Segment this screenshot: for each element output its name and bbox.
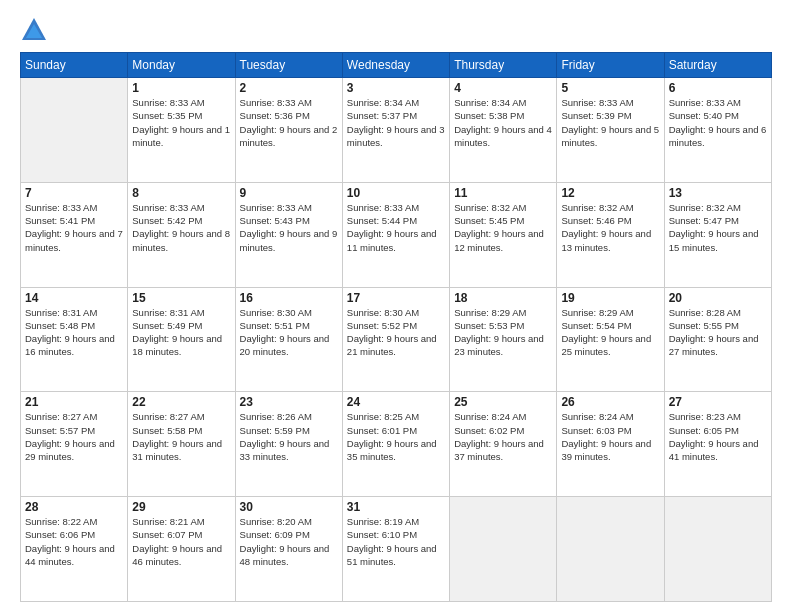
day-number: 29 bbox=[132, 500, 230, 514]
calendar-cell: 6Sunrise: 8:33 AMSunset: 5:40 PMDaylight… bbox=[664, 78, 771, 183]
calendar-cell: 29Sunrise: 8:21 AMSunset: 6:07 PMDayligh… bbox=[128, 497, 235, 602]
day-info: Sunrise: 8:26 AMSunset: 5:59 PMDaylight:… bbox=[240, 410, 338, 463]
calendar-cell: 24Sunrise: 8:25 AMSunset: 6:01 PMDayligh… bbox=[342, 392, 449, 497]
day-number: 3 bbox=[347, 81, 445, 95]
day-info: Sunrise: 8:28 AMSunset: 5:55 PMDaylight:… bbox=[669, 306, 767, 359]
day-number: 12 bbox=[561, 186, 659, 200]
day-number: 23 bbox=[240, 395, 338, 409]
day-number: 19 bbox=[561, 291, 659, 305]
calendar-cell: 23Sunrise: 8:26 AMSunset: 5:59 PMDayligh… bbox=[235, 392, 342, 497]
calendar-cell: 17Sunrise: 8:30 AMSunset: 5:52 PMDayligh… bbox=[342, 287, 449, 392]
calendar-cell bbox=[557, 497, 664, 602]
calendar-cell bbox=[450, 497, 557, 602]
day-info: Sunrise: 8:27 AMSunset: 5:58 PMDaylight:… bbox=[132, 410, 230, 463]
day-info: Sunrise: 8:29 AMSunset: 5:54 PMDaylight:… bbox=[561, 306, 659, 359]
day-info: Sunrise: 8:33 AMSunset: 5:41 PMDaylight:… bbox=[25, 201, 123, 254]
day-number: 24 bbox=[347, 395, 445, 409]
calendar-header-row: SundayMondayTuesdayWednesdayThursdayFrid… bbox=[21, 53, 772, 78]
calendar-cell: 19Sunrise: 8:29 AMSunset: 5:54 PMDayligh… bbox=[557, 287, 664, 392]
day-number: 9 bbox=[240, 186, 338, 200]
calendar-cell: 12Sunrise: 8:32 AMSunset: 5:46 PMDayligh… bbox=[557, 182, 664, 287]
calendar-cell: 13Sunrise: 8:32 AMSunset: 5:47 PMDayligh… bbox=[664, 182, 771, 287]
calendar-cell: 3Sunrise: 8:34 AMSunset: 5:37 PMDaylight… bbox=[342, 78, 449, 183]
day-number: 25 bbox=[454, 395, 552, 409]
day-number: 16 bbox=[240, 291, 338, 305]
calendar-cell: 16Sunrise: 8:30 AMSunset: 5:51 PMDayligh… bbox=[235, 287, 342, 392]
calendar-cell: 15Sunrise: 8:31 AMSunset: 5:49 PMDayligh… bbox=[128, 287, 235, 392]
day-info: Sunrise: 8:22 AMSunset: 6:06 PMDaylight:… bbox=[25, 515, 123, 568]
calendar-header-friday: Friday bbox=[557, 53, 664, 78]
day-info: Sunrise: 8:32 AMSunset: 5:47 PMDaylight:… bbox=[669, 201, 767, 254]
day-number: 18 bbox=[454, 291, 552, 305]
day-info: Sunrise: 8:33 AMSunset: 5:35 PMDaylight:… bbox=[132, 96, 230, 149]
calendar-cell: 7Sunrise: 8:33 AMSunset: 5:41 PMDaylight… bbox=[21, 182, 128, 287]
calendar-cell: 27Sunrise: 8:23 AMSunset: 6:05 PMDayligh… bbox=[664, 392, 771, 497]
day-info: Sunrise: 8:30 AMSunset: 5:52 PMDaylight:… bbox=[347, 306, 445, 359]
calendar-week-row: 21Sunrise: 8:27 AMSunset: 5:57 PMDayligh… bbox=[21, 392, 772, 497]
day-info: Sunrise: 8:27 AMSunset: 5:57 PMDaylight:… bbox=[25, 410, 123, 463]
day-number: 15 bbox=[132, 291, 230, 305]
calendar-week-row: 28Sunrise: 8:22 AMSunset: 6:06 PMDayligh… bbox=[21, 497, 772, 602]
calendar-cell: 9Sunrise: 8:33 AMSunset: 5:43 PMDaylight… bbox=[235, 182, 342, 287]
day-info: Sunrise: 8:19 AMSunset: 6:10 PMDaylight:… bbox=[347, 515, 445, 568]
page: SundayMondayTuesdayWednesdayThursdayFrid… bbox=[0, 0, 792, 612]
calendar-cell: 20Sunrise: 8:28 AMSunset: 5:55 PMDayligh… bbox=[664, 287, 771, 392]
day-number: 31 bbox=[347, 500, 445, 514]
day-number: 6 bbox=[669, 81, 767, 95]
day-info: Sunrise: 8:21 AMSunset: 6:07 PMDaylight:… bbox=[132, 515, 230, 568]
calendar-cell bbox=[21, 78, 128, 183]
day-info: Sunrise: 8:34 AMSunset: 5:37 PMDaylight:… bbox=[347, 96, 445, 149]
day-number: 11 bbox=[454, 186, 552, 200]
day-number: 22 bbox=[132, 395, 230, 409]
calendar-cell: 31Sunrise: 8:19 AMSunset: 6:10 PMDayligh… bbox=[342, 497, 449, 602]
calendar-cell: 21Sunrise: 8:27 AMSunset: 5:57 PMDayligh… bbox=[21, 392, 128, 497]
calendar-cell: 18Sunrise: 8:29 AMSunset: 5:53 PMDayligh… bbox=[450, 287, 557, 392]
day-number: 17 bbox=[347, 291, 445, 305]
day-number: 21 bbox=[25, 395, 123, 409]
day-info: Sunrise: 8:32 AMSunset: 5:45 PMDaylight:… bbox=[454, 201, 552, 254]
calendar-cell: 11Sunrise: 8:32 AMSunset: 5:45 PMDayligh… bbox=[450, 182, 557, 287]
day-info: Sunrise: 8:24 AMSunset: 6:03 PMDaylight:… bbox=[561, 410, 659, 463]
day-number: 14 bbox=[25, 291, 123, 305]
day-number: 7 bbox=[25, 186, 123, 200]
day-number: 1 bbox=[132, 81, 230, 95]
calendar-cell: 10Sunrise: 8:33 AMSunset: 5:44 PMDayligh… bbox=[342, 182, 449, 287]
day-number: 30 bbox=[240, 500, 338, 514]
day-info: Sunrise: 8:30 AMSunset: 5:51 PMDaylight:… bbox=[240, 306, 338, 359]
day-info: Sunrise: 8:31 AMSunset: 5:49 PMDaylight:… bbox=[132, 306, 230, 359]
calendar-cell: 26Sunrise: 8:24 AMSunset: 6:03 PMDayligh… bbox=[557, 392, 664, 497]
calendar-header-thursday: Thursday bbox=[450, 53, 557, 78]
calendar-week-row: 7Sunrise: 8:33 AMSunset: 5:41 PMDaylight… bbox=[21, 182, 772, 287]
day-info: Sunrise: 8:34 AMSunset: 5:38 PMDaylight:… bbox=[454, 96, 552, 149]
calendar-cell: 4Sunrise: 8:34 AMSunset: 5:38 PMDaylight… bbox=[450, 78, 557, 183]
day-number: 4 bbox=[454, 81, 552, 95]
day-number: 2 bbox=[240, 81, 338, 95]
day-info: Sunrise: 8:25 AMSunset: 6:01 PMDaylight:… bbox=[347, 410, 445, 463]
calendar-header-saturday: Saturday bbox=[664, 53, 771, 78]
day-info: Sunrise: 8:33 AMSunset: 5:44 PMDaylight:… bbox=[347, 201, 445, 254]
day-info: Sunrise: 8:33 AMSunset: 5:39 PMDaylight:… bbox=[561, 96, 659, 149]
day-number: 13 bbox=[669, 186, 767, 200]
day-number: 26 bbox=[561, 395, 659, 409]
calendar-cell: 2Sunrise: 8:33 AMSunset: 5:36 PMDaylight… bbox=[235, 78, 342, 183]
day-info: Sunrise: 8:31 AMSunset: 5:48 PMDaylight:… bbox=[25, 306, 123, 359]
day-number: 28 bbox=[25, 500, 123, 514]
day-info: Sunrise: 8:23 AMSunset: 6:05 PMDaylight:… bbox=[669, 410, 767, 463]
calendar-cell: 25Sunrise: 8:24 AMSunset: 6:02 PMDayligh… bbox=[450, 392, 557, 497]
calendar-header-tuesday: Tuesday bbox=[235, 53, 342, 78]
header bbox=[20, 16, 772, 44]
day-info: Sunrise: 8:24 AMSunset: 6:02 PMDaylight:… bbox=[454, 410, 552, 463]
calendar-week-row: 14Sunrise: 8:31 AMSunset: 5:48 PMDayligh… bbox=[21, 287, 772, 392]
day-info: Sunrise: 8:33 AMSunset: 5:42 PMDaylight:… bbox=[132, 201, 230, 254]
calendar-header-wednesday: Wednesday bbox=[342, 53, 449, 78]
calendar-week-row: 1Sunrise: 8:33 AMSunset: 5:35 PMDaylight… bbox=[21, 78, 772, 183]
day-info: Sunrise: 8:32 AMSunset: 5:46 PMDaylight:… bbox=[561, 201, 659, 254]
day-info: Sunrise: 8:20 AMSunset: 6:09 PMDaylight:… bbox=[240, 515, 338, 568]
day-info: Sunrise: 8:33 AMSunset: 5:43 PMDaylight:… bbox=[240, 201, 338, 254]
calendar-cell: 1Sunrise: 8:33 AMSunset: 5:35 PMDaylight… bbox=[128, 78, 235, 183]
calendar-cell: 5Sunrise: 8:33 AMSunset: 5:39 PMDaylight… bbox=[557, 78, 664, 183]
day-info: Sunrise: 8:29 AMSunset: 5:53 PMDaylight:… bbox=[454, 306, 552, 359]
calendar-cell: 30Sunrise: 8:20 AMSunset: 6:09 PMDayligh… bbox=[235, 497, 342, 602]
calendar-cell: 22Sunrise: 8:27 AMSunset: 5:58 PMDayligh… bbox=[128, 392, 235, 497]
day-number: 8 bbox=[132, 186, 230, 200]
